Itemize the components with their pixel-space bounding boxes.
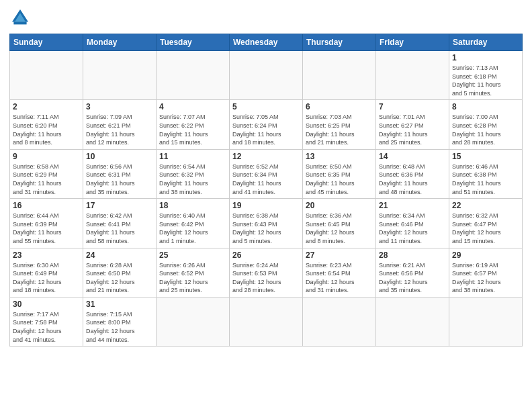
day-info: Sunrise: 6:34 AM Sunset: 6:46 PM Dayligh… xyxy=(379,212,446,245)
day-number: 9 xyxy=(13,152,80,161)
day-info: Sunrise: 6:42 AM Sunset: 6:41 PM Dayligh… xyxy=(86,212,153,245)
weekday-header-monday: Monday xyxy=(83,34,157,51)
calendar-cell xyxy=(376,297,449,346)
day-number: 29 xyxy=(452,250,519,260)
day-info: Sunrise: 7:00 AM Sunset: 6:28 PM Dayligh… xyxy=(452,113,519,146)
day-number: 7 xyxy=(379,102,446,111)
day-number: 1 xyxy=(452,53,519,62)
calendar-cell xyxy=(376,51,449,100)
day-info: Sunrise: 6:40 AM Sunset: 6:42 PM Dayligh… xyxy=(159,212,226,245)
calendar-cell xyxy=(230,297,303,346)
day-info: Sunrise: 6:56 AM Sunset: 6:31 PM Dayligh… xyxy=(86,163,153,196)
weekday-header-thursday: Thursday xyxy=(303,34,376,51)
calendar-cell xyxy=(157,51,230,100)
weekday-header-tuesday: Tuesday xyxy=(157,34,230,51)
day-info: Sunrise: 7:03 AM Sunset: 6:25 PM Dayligh… xyxy=(306,113,373,146)
day-info: Sunrise: 7:17 AM Sunset: 7:58 PM Dayligh… xyxy=(13,310,80,344)
day-number: 14 xyxy=(379,152,446,161)
day-number: 27 xyxy=(306,250,373,260)
day-number: 21 xyxy=(379,201,446,210)
weekday-header-sunday: Sunday xyxy=(10,34,83,51)
day-info: Sunrise: 6:28 AM Sunset: 6:50 PM Dayligh… xyxy=(86,261,153,295)
calendar-cell: 15Sunrise: 6:46 AM Sunset: 6:38 PM Dayli… xyxy=(449,149,523,198)
day-info: Sunrise: 6:38 AM Sunset: 6:43 PM Dayligh… xyxy=(232,212,300,245)
calendar-cell: 16Sunrise: 6:44 AM Sunset: 6:39 PM Dayli… xyxy=(10,199,83,248)
calendar-cell: 18Sunrise: 6:40 AM Sunset: 6:42 PM Dayli… xyxy=(157,199,230,248)
day-number: 18 xyxy=(159,201,226,210)
day-info: Sunrise: 7:01 AM Sunset: 6:27 PM Dayligh… xyxy=(379,113,446,146)
calendar-cell: 2Sunrise: 7:11 AM Sunset: 6:20 PM Daylig… xyxy=(10,100,83,149)
day-info: Sunrise: 6:50 AM Sunset: 6:35 PM Dayligh… xyxy=(306,163,373,196)
calendar-cell xyxy=(83,51,157,100)
day-info: Sunrise: 7:11 AM Sunset: 6:20 PM Dayligh… xyxy=(13,113,80,146)
day-number: 4 xyxy=(159,102,226,111)
calendar-cell: 13Sunrise: 6:50 AM Sunset: 6:35 PM Dayli… xyxy=(303,149,376,198)
calendar-week-row: 16Sunrise: 6:44 AM Sunset: 6:39 PM Dayli… xyxy=(10,199,523,248)
calendar-cell: 5Sunrise: 7:05 AM Sunset: 6:24 PM Daylig… xyxy=(230,100,303,149)
calendar-week-row: 1Sunrise: 7:13 AM Sunset: 6:18 PM Daylig… xyxy=(10,51,523,100)
calendar-cell xyxy=(10,51,83,100)
calendar-cell: 21Sunrise: 6:34 AM Sunset: 6:46 PM Dayli… xyxy=(376,199,449,248)
day-info: Sunrise: 6:26 AM Sunset: 6:52 PM Dayligh… xyxy=(159,261,226,295)
calendar-cell: 26Sunrise: 6:24 AM Sunset: 6:53 PM Dayli… xyxy=(230,248,303,297)
day-info: Sunrise: 6:48 AM Sunset: 6:36 PM Dayligh… xyxy=(379,163,446,196)
day-number: 25 xyxy=(159,250,226,260)
day-info: Sunrise: 6:21 AM Sunset: 6:56 PM Dayligh… xyxy=(379,261,446,295)
weekday-header-wednesday: Wednesday xyxy=(230,34,303,51)
calendar-cell: 17Sunrise: 6:42 AM Sunset: 6:41 PM Dayli… xyxy=(83,199,157,248)
logo-icon xyxy=(9,7,31,28)
day-info: Sunrise: 7:15 AM Sunset: 8:00 PM Dayligh… xyxy=(86,310,153,344)
calendar-cell: 23Sunrise: 6:30 AM Sunset: 6:49 PM Dayli… xyxy=(10,248,83,297)
calendar-cell: 14Sunrise: 6:48 AM Sunset: 6:36 PM Dayli… xyxy=(376,149,449,198)
calendar-cell xyxy=(230,51,303,100)
calendar-cell: 22Sunrise: 6:32 AM Sunset: 6:47 PM Dayli… xyxy=(449,199,523,248)
day-number: 13 xyxy=(306,152,373,161)
calendar-cell: 20Sunrise: 6:36 AM Sunset: 6:45 PM Dayli… xyxy=(303,199,376,248)
day-info: Sunrise: 6:19 AM Sunset: 6:57 PM Dayligh… xyxy=(452,261,519,295)
calendar-cell xyxy=(449,297,523,346)
calendar-cell: 12Sunrise: 6:52 AM Sunset: 6:34 PM Dayli… xyxy=(230,149,303,198)
day-info: Sunrise: 6:23 AM Sunset: 6:54 PM Dayligh… xyxy=(306,261,373,295)
day-number: 30 xyxy=(13,300,80,309)
day-info: Sunrise: 7:07 AM Sunset: 6:22 PM Dayligh… xyxy=(159,113,226,146)
calendar-week-row: 23Sunrise: 6:30 AM Sunset: 6:49 PM Dayli… xyxy=(10,248,523,297)
day-info: Sunrise: 7:09 AM Sunset: 6:21 PM Dayligh… xyxy=(86,113,153,146)
day-info: Sunrise: 6:36 AM Sunset: 6:45 PM Dayligh… xyxy=(306,212,373,245)
day-info: Sunrise: 6:32 AM Sunset: 6:47 PM Dayligh… xyxy=(452,212,519,245)
day-number: 31 xyxy=(86,300,153,309)
day-number: 19 xyxy=(232,201,300,210)
weekday-header-row: SundayMondayTuesdayWednesdayThursdayFrid… xyxy=(10,34,523,51)
calendar-cell xyxy=(303,297,376,346)
day-info: Sunrise: 6:58 AM Sunset: 6:29 PM Dayligh… xyxy=(13,163,80,196)
calendar-cell xyxy=(303,51,376,100)
calendar-cell: 24Sunrise: 6:28 AM Sunset: 6:50 PM Dayli… xyxy=(83,248,157,297)
calendar-table: SundayMondayTuesdayWednesdayThursdayFrid… xyxy=(9,34,523,347)
calendar-cell xyxy=(157,297,230,346)
weekday-header-friday: Friday xyxy=(376,34,449,51)
calendar-cell: 30Sunrise: 7:17 AM Sunset: 7:58 PM Dayli… xyxy=(10,297,83,346)
calendar-cell: 6Sunrise: 7:03 AM Sunset: 6:25 PM Daylig… xyxy=(303,100,376,149)
calendar-cell: 19Sunrise: 6:38 AM Sunset: 6:43 PM Dayli… xyxy=(230,199,303,248)
calendar-cell: 27Sunrise: 6:23 AM Sunset: 6:54 PM Dayli… xyxy=(303,248,376,297)
header xyxy=(9,7,523,28)
day-info: Sunrise: 6:54 AM Sunset: 6:32 PM Dayligh… xyxy=(159,163,226,196)
calendar-cell: 25Sunrise: 6:26 AM Sunset: 6:52 PM Dayli… xyxy=(157,248,230,297)
calendar-cell: 1Sunrise: 7:13 AM Sunset: 6:18 PM Daylig… xyxy=(449,51,523,100)
day-number: 24 xyxy=(86,250,153,260)
calendar-cell: 11Sunrise: 6:54 AM Sunset: 6:32 PM Dayli… xyxy=(157,149,230,198)
calendar-week-row: 2Sunrise: 7:11 AM Sunset: 6:20 PM Daylig… xyxy=(10,100,523,149)
day-number: 5 xyxy=(232,102,300,111)
day-number: 17 xyxy=(86,201,153,210)
logo xyxy=(9,7,34,28)
day-number: 12 xyxy=(232,152,300,161)
svg-rect-2 xyxy=(13,21,26,24)
day-number: 6 xyxy=(306,102,373,111)
weekday-header-saturday: Saturday xyxy=(449,34,523,51)
page: SundayMondayTuesdayWednesdayThursdayFrid… xyxy=(0,0,532,411)
calendar-cell: 3Sunrise: 7:09 AM Sunset: 6:21 PM Daylig… xyxy=(83,100,157,149)
calendar-cell: 29Sunrise: 6:19 AM Sunset: 6:57 PM Dayli… xyxy=(449,248,523,297)
calendar-week-row: 30Sunrise: 7:17 AM Sunset: 7:58 PM Dayli… xyxy=(10,297,523,346)
calendar-cell: 4Sunrise: 7:07 AM Sunset: 6:22 PM Daylig… xyxy=(157,100,230,149)
day-number: 3 xyxy=(86,102,153,111)
day-info: Sunrise: 6:46 AM Sunset: 6:38 PM Dayligh… xyxy=(452,163,519,196)
